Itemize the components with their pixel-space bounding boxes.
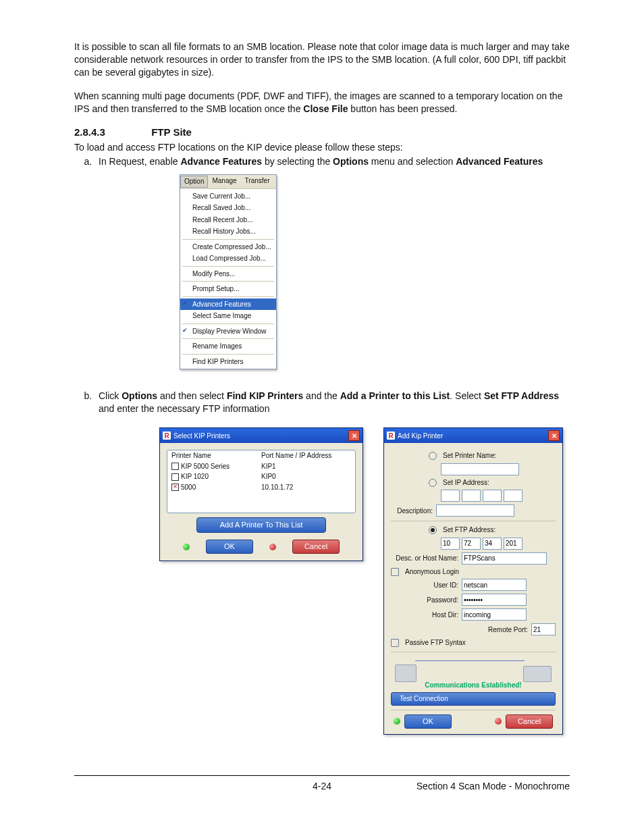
close-file-label: Close File	[303, 103, 348, 114]
text: and enter the necessary FTP information	[99, 403, 269, 414]
menu-item[interactable]: Modify Pens...	[180, 268, 276, 280]
menu-separator	[182, 266, 274, 267]
menu-item[interactable]: Prompt Setup...	[180, 283, 276, 295]
text: and then select	[157, 390, 227, 401]
printer-port: 10.10.1.72	[261, 483, 351, 492]
menu-separator	[182, 323, 274, 324]
ok-button[interactable]: OK	[206, 540, 253, 554]
text: In Request, enable	[99, 156, 180, 167]
menu-item[interactable]: Find KIP Printers	[180, 356, 276, 368]
printer-name: 5000	[181, 483, 196, 492]
text: Advance Features	[180, 156, 262, 167]
close-icon[interactable]: ✕	[348, 430, 360, 441]
printer-name: KIP 5000 Series	[181, 462, 230, 471]
status-led-green	[394, 718, 400, 725]
description-input[interactable]	[436, 504, 514, 517]
menu-separator	[182, 281, 274, 282]
printer-port: KIP0	[261, 472, 351, 481]
ip-octet-input[interactable]	[462, 490, 481, 502]
text: Set FTP Address	[484, 390, 559, 401]
table-row[interactable]: 500010.10.1.72	[167, 482, 355, 493]
status-led-red	[495, 718, 502, 725]
radio-set-ip[interactable]	[429, 479, 437, 487]
menu-bar: Option Manage Transfer	[180, 175, 276, 189]
ip-octet-input[interactable]	[504, 490, 522, 502]
label-remote-port: Remote Port:	[488, 625, 528, 635]
cancel-button[interactable]: Cancel	[292, 540, 340, 554]
ftp-ip-octet-input[interactable]	[441, 538, 460, 550]
section-heading: 2.8.4.3 FTP Site	[74, 126, 570, 139]
printer-row-icon	[171, 473, 179, 481]
add-printer-button[interactable]: Add A Printer To This List	[196, 517, 326, 533]
app-icon: R	[163, 432, 171, 440]
radio-set-ftp[interactable]	[429, 526, 437, 534]
host-dir-input[interactable]	[462, 608, 527, 621]
printer-name-input[interactable]	[441, 463, 519, 475]
scanner-icon	[395, 664, 417, 682]
col-port-name: Port Name / IP Address	[261, 451, 351, 461]
body-paragraph: It is possible to scan all file formats …	[74, 41, 570, 79]
step-b: Click Options and then select Find KIP P…	[95, 390, 570, 734]
add-kip-printer-window: R Add Kip Printer ✕ Set Printer Name:	[383, 427, 563, 734]
radio-set-printer-name[interactable]	[429, 452, 437, 460]
label-host-dir: Host Dir:	[391, 610, 458, 620]
printer-port: KIP1	[261, 462, 351, 471]
menu-item[interactable]: Save Current Job...	[180, 190, 276, 203]
checkbox-passive-ftp[interactable]	[391, 639, 399, 647]
label-passive-ftp: Passive FTP Syntax	[405, 638, 466, 648]
ftp-ip-octet-input[interactable]	[483, 538, 502, 550]
communication-status: Communications Established!	[391, 681, 556, 690]
printer-name: KIP 1020	[181, 472, 209, 481]
body-paragraph: When scanning multi page documents (PDF,…	[74, 90, 570, 115]
test-connection-button[interactable]: Test Connection	[391, 692, 556, 706]
text: Add a Printer to this List	[340, 390, 450, 401]
connection-line-icon	[415, 660, 525, 661]
menu-item[interactable]: Create Compressed Job...	[180, 241, 276, 253]
text: menu and selection	[369, 156, 456, 167]
cancel-button[interactable]: Cancel	[506, 714, 553, 729]
label-set-printer-name: Set Printer Name:	[443, 451, 496, 461]
password-input[interactable]	[462, 594, 527, 606]
page-footer: 4-24 Section 4 Scan Mode - Monochrome	[74, 775, 570, 793]
ip-octet-input[interactable]	[441, 490, 460, 502]
menu-separator	[182, 354, 274, 355]
title-bar: R Add Kip Printer ✕	[384, 428, 562, 443]
text: by selecting the	[262, 156, 333, 167]
printer-row-icon	[171, 484, 179, 491]
desc-host-input[interactable]	[462, 552, 547, 565]
menu-item[interactable]: Recall History Jobs...	[180, 226, 276, 238]
section-number: 2.8.4.3	[74, 126, 149, 139]
menu-list: Save Current Job...Recall Saved Job...Re…	[180, 189, 276, 369]
text: Options	[333, 156, 369, 167]
table-row[interactable]: KIP 1020KIP0	[167, 471, 355, 482]
checkbox-anonymous[interactable]	[391, 568, 399, 576]
section-title: FTP Site	[151, 126, 192, 138]
ftp-ip-octet-input[interactable]	[504, 538, 522, 550]
menu-item[interactable]: Select Same Image	[180, 310, 276, 322]
menu-item[interactable]: Rename Images	[180, 340, 276, 353]
table-row[interactable]: KIP 5000 SeriesKIP1	[167, 461, 355, 472]
menu-option[interactable]: Option	[180, 176, 208, 188]
page-number: 4-24	[313, 780, 331, 793]
menu-item[interactable]: Recall Recent Job...	[180, 214, 276, 226]
menu-item[interactable]: Display Preview Window	[180, 325, 276, 338]
close-icon[interactable]: ✕	[548, 430, 560, 441]
ip-octet-input[interactable]	[483, 490, 502, 502]
printers-list[interactable]: Printer Name Port Name / IP Address KIP …	[167, 450, 356, 513]
label-set-ftp: Set FTP Address:	[443, 525, 495, 535]
menu-item[interactable]: Advanced Features	[180, 298, 276, 311]
ok-button[interactable]: OK	[404, 714, 452, 729]
label-description: Description:	[391, 506, 433, 516]
label-password: Password:	[391, 596, 458, 605]
remote-port-input[interactable]	[531, 623, 556, 635]
menu-transfer[interactable]: Transfer	[241, 175, 274, 188]
menu-separator	[182, 239, 274, 240]
ftp-ip-octet-input[interactable]	[462, 538, 481, 550]
menu-item[interactable]: Load Compressed Job...	[180, 253, 276, 265]
connection-illustration	[395, 656, 552, 682]
menu-manage[interactable]: Manage	[208, 175, 240, 188]
menu-item[interactable]: Recall Saved Job...	[180, 202, 276, 214]
window-title: Select KIP Printers	[173, 432, 230, 441]
label-user-id: User ID:	[391, 581, 458, 590]
user-id-input[interactable]	[462, 579, 527, 591]
